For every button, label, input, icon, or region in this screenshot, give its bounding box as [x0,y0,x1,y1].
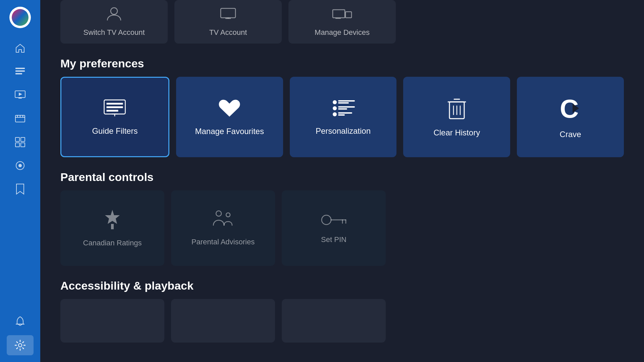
accessibility-section: Accessibility & playback [60,279,624,343]
accessibility-card-1[interactable] [60,299,164,343]
accessibility-card-3[interactable] [282,299,386,343]
svg-rect-0 [15,68,25,69]
tv-icon [14,90,26,100]
record-icon [15,160,25,171]
svg-rect-50 [111,224,114,229]
accessibility-cards-grid [60,299,624,343]
switch-tv-account-card[interactable]: Switch TV Account [60,0,168,44]
family-icon [211,210,235,231]
tv-account-label: TV Account [209,28,247,37]
sidebar-item-settings[interactable] [7,335,34,355]
sidebar-item-bookmark[interactable] [7,179,34,199]
svg-rect-14 [15,143,19,147]
crave-label: Crave [560,130,581,139]
svg-rect-28 [107,103,123,105]
svg-rect-29 [107,106,123,108]
manage-devices-label: Manage Devices [315,28,370,37]
heart-icon [218,98,241,120]
svg-point-17 [18,164,22,167]
parental-advisories-label: Parental Advisories [192,238,255,246]
svg-rect-25 [345,12,352,18]
accessibility-title: Accessibility & playback [60,279,624,292]
svg-point-53 [322,215,331,225]
sidebar-item-guide[interactable] [7,62,34,82]
settings-icon [14,340,26,351]
svg-rect-12 [15,137,19,141]
tv-account-card[interactable]: TV Account [174,0,282,44]
manage-devices-card[interactable]: Manage Devices [288,0,396,44]
guide-filters-label: Guide Filters [92,126,138,136]
svg-rect-24 [333,10,345,18]
manage-favourites-label: Manage Favourites [195,127,264,136]
svg-rect-1 [15,70,25,72]
crave-icon: C [557,95,584,123]
svg-point-51 [216,211,221,216]
parental-advisories-card[interactable]: Parental Advisories [171,190,275,266]
parental-controls-title: Parental controls [60,171,624,184]
logo-icon [12,9,29,26]
tv-account-icon [219,8,237,24]
svg-point-36 [333,106,337,110]
maple-leaf-icon [102,209,122,232]
svg-rect-13 [21,137,25,141]
grid-icon [15,137,25,147]
movies-icon [15,113,25,124]
guide-filters-icon [103,98,126,120]
svg-point-20 [111,8,117,14]
clear-history-label: Clear History [433,128,480,137]
sidebar-item-notifications[interactable] [7,312,34,332]
sidebar-item-record[interactable] [7,156,34,176]
personalization-icon [331,98,355,120]
sidebar-item-home[interactable] [7,38,34,58]
guide-filters-card[interactable]: Guide Filters [60,77,169,157]
set-pin-label: Set PIN [321,235,346,244]
parental-cards-grid: Canadian Ratings Parental Advisories [60,190,624,266]
switch-tv-label: Switch TV Account [83,28,145,37]
crave-card[interactable]: C Crave [517,77,624,157]
canadian-ratings-label: Canadian Ratings [83,239,142,247]
bookmark-icon [16,183,24,195]
parental-controls-section: Parental controls Canadian Ratings [60,171,624,266]
trash-icon [447,97,467,121]
set-pin-card[interactable]: Set PIN [282,190,386,266]
manage-devices-icon [332,8,352,24]
personalization-label: Personalization [316,126,371,136]
notifications-icon [15,316,25,327]
svg-rect-21 [221,8,235,18]
home-icon [15,43,25,54]
svg-point-52 [226,213,230,217]
preferences-cards-grid: Guide Filters Manage Favourites [60,77,624,157]
svg-point-33 [333,100,337,104]
account-cards-row: Switch TV Account TV Account Manage [60,0,624,44]
svg-rect-15 [21,143,25,147]
personalization-card[interactable]: Personalization [290,77,397,157]
svg-rect-2 [15,73,22,74]
sidebar-item-movies[interactable] [7,109,34,129]
accessibility-card-2[interactable] [171,299,275,343]
svg-point-39 [333,112,337,116]
guide-icon [15,67,25,76]
sidebar-item-grid[interactable] [7,132,34,152]
sidebar-item-tv[interactable] [7,85,34,105]
sidebar [0,0,40,362]
canadian-ratings-card[interactable]: Canadian Ratings [60,190,164,266]
key-icon [321,213,346,229]
switch-account-icon [106,6,122,24]
svg-marker-6 [19,93,22,96]
my-preferences-section: My preferences Guide Filters [60,57,624,157]
my-preferences-title: My preferences [60,57,624,70]
main-content: Switch TV Account TV Account Manage [40,0,644,362]
svg-rect-30 [107,110,118,112]
svg-point-19 [18,344,22,347]
clear-history-card[interactable]: Clear History [403,77,510,157]
app-logo [9,7,31,28]
manage-favourites-card[interactable]: Manage Favourites [176,77,283,157]
